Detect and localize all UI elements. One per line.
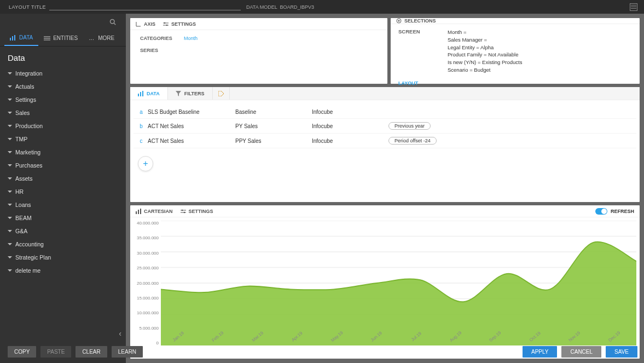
row-pill[interactable]: Period offset -24 <box>388 137 437 145</box>
filter-icon <box>176 91 181 96</box>
axis-tab-settings[interactable]: SETTINGS <box>163 21 196 27</box>
tag-icon <box>218 91 224 96</box>
copy-button[interactable]: COPY <box>8 346 36 358</box>
sidebar-item[interactable]: Production <box>0 119 126 132</box>
sidebar-list: Integration Actuals Settings Sales Produ… <box>0 67 126 277</box>
sidebar-collapse-icon[interactable]: ‹ <box>119 329 121 338</box>
learn-button[interactable]: LEARN <box>112 346 143 358</box>
caret-down-icon <box>8 99 12 101</box>
caret-down-icon <box>8 243 12 245</box>
sidebar-item[interactable]: delete me <box>0 264 126 277</box>
selection-lines: Month = Sales Manager = Legal Entity = A… <box>448 28 522 74</box>
clear-button[interactable]: CLEAR <box>76 346 107 358</box>
sidebar-tab-entities[interactable]: ENTITIES <box>38 31 83 45</box>
caret-down-icon <box>8 72 12 74</box>
sidebar-item[interactable]: Loans <box>0 198 126 211</box>
series-label: SERIES <box>140 48 184 53</box>
categories-label: CATEGORIES <box>140 36 184 41</box>
row-pill[interactable]: Previous year <box>388 122 431 130</box>
svg-point-13 <box>398 20 400 22</box>
sidebar-item[interactable]: Marketing <box>0 146 126 159</box>
data-row[interactable]: b ACT Net Sales PY Sales Infocube Previo… <box>134 119 636 134</box>
row-letter: b <box>135 123 148 129</box>
chart-tab-settings[interactable]: SETTINGS <box>181 209 213 214</box>
data-tab-filters[interactable]: FILTERS <box>168 87 213 100</box>
sidebar-tab-data[interactable]: DATA <box>4 30 38 46</box>
axis-panel: AXIS SETTINGS CATEGORIES Month SERIES <box>130 18 387 84</box>
refresh-toggle[interactable] <box>595 208 607 215</box>
svg-point-11 <box>166 24 167 25</box>
row-col3: Infocube <box>312 109 388 115</box>
row-col2: Baseline <box>235 109 312 115</box>
bars-icon <box>138 91 143 96</box>
row-col3: Infocube <box>312 138 388 144</box>
row-letter: a <box>135 109 148 115</box>
layout-title-label: LAYOUT TITLE <box>9 4 46 10</box>
layout-icon[interactable] <box>630 3 637 11</box>
sidebar-item[interactable]: Settings <box>0 93 126 106</box>
svg-rect-18 <box>138 210 139 214</box>
sidebar-tab-more[interactable]: … MORE <box>83 31 120 45</box>
data-row[interactable]: a SLS Budget Baseline Baseline Infocube <box>134 106 636 119</box>
save-button[interactable]: SAVE <box>606 346 637 358</box>
sidebar-item[interactable]: Purchases <box>0 159 126 172</box>
sidebar-item[interactable]: TMP <box>0 132 126 146</box>
data-tab-data[interactable]: DATA <box>130 87 168 100</box>
selections-panel: SELECTIONS SCREEN Month = Sales Manager … <box>391 18 640 84</box>
caret-down-icon <box>8 177 12 180</box>
row-name: ACT Net Sales <box>148 138 235 144</box>
row-name: SLS Budget Baseline <box>148 109 235 115</box>
sidebar-item[interactable]: Actuals <box>0 80 126 93</box>
bottom-actions: APPLY CANCEL SAVE <box>523 346 637 358</box>
sidebar-item[interactable]: Assets <box>0 172 126 185</box>
svg-rect-16 <box>142 91 143 96</box>
caret-down-icon <box>8 125 12 127</box>
sidebar-item[interactable]: Integration <box>0 67 126 80</box>
caret-down-icon <box>8 138 12 140</box>
apply-button[interactable]: APPLY <box>523 346 558 358</box>
caret-down-icon <box>8 191 12 193</box>
sliders-icon <box>163 21 169 27</box>
row-letter: c <box>135 138 148 144</box>
cancel-button[interactable]: CANCEL <box>561 346 601 358</box>
sidebar-item[interactable]: HR <box>0 185 126 198</box>
bars-icon <box>10 35 16 41</box>
row-col2: PY Sales <box>235 123 312 129</box>
dots-icon: … <box>89 35 95 41</box>
data-tab-extra[interactable] <box>213 87 230 100</box>
screen-label: SCREEN <box>398 28 431 74</box>
svg-rect-2 <box>10 38 11 41</box>
search-icon[interactable] <box>109 19 116 25</box>
sidebar-item[interactable]: G&A <box>0 224 126 238</box>
list-icon <box>44 36 50 41</box>
target-icon <box>396 18 402 24</box>
categories-value[interactable]: Month <box>184 36 378 41</box>
paste-button[interactable]: PASTE <box>40 346 71 358</box>
svg-rect-15 <box>140 92 141 96</box>
axis-tab-axis[interactable]: AXIS <box>136 21 155 27</box>
svg-point-0 <box>111 20 115 24</box>
data-model-label: DATA MODEL BOARD_IBPV3 <box>246 4 314 10</box>
row-name: ACT Net Sales <box>148 123 235 129</box>
axis-icon <box>136 21 141 27</box>
add-row-button[interactable]: + <box>138 156 153 171</box>
sidebar-item[interactable]: Accounting <box>0 238 126 251</box>
svg-point-10 <box>164 22 165 23</box>
sidebar-item[interactable]: Sales <box>0 106 126 119</box>
layout-title-input[interactable] <box>49 4 241 10</box>
sidebar: DATA ENTITIES … MORE Data Integration Ac… <box>0 14 126 363</box>
svg-point-23 <box>183 211 184 212</box>
svg-rect-4 <box>14 35 15 41</box>
caret-down-icon <box>8 204 12 206</box>
sidebar-item[interactable]: Strategic Plan <box>0 251 126 264</box>
data-panel: DATA FILTERS a SLS Budget Baseline Basel… <box>130 87 640 202</box>
chart-y-axis: 40.000.000 35.000.000 30.000.000 25.000.… <box>134 221 161 345</box>
sliders-icon <box>181 209 186 214</box>
caret-down-icon <box>8 151 12 153</box>
caret-down-icon <box>8 112 12 114</box>
svg-rect-17 <box>136 211 137 214</box>
chart-tab-cartesian[interactable]: CARTESIAN <box>136 209 173 214</box>
sidebar-item[interactable]: BEAM <box>0 211 126 224</box>
refresh-label: REFRESH <box>611 209 634 214</box>
data-row[interactable]: c ACT Net Sales PPY Sales Infocube Perio… <box>134 134 636 148</box>
